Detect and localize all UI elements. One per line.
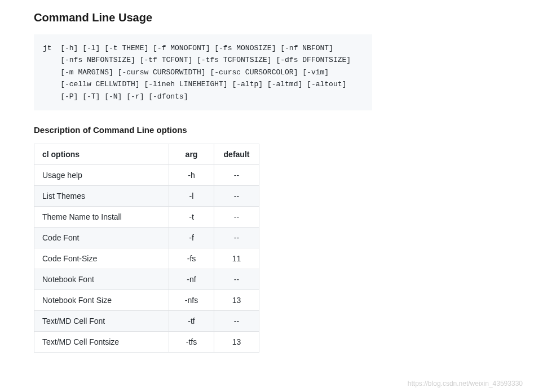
options-table: cl options arg default Usage help -h -- … — [34, 144, 259, 353]
cell-default: -- — [214, 311, 259, 332]
code-usage-block: jt [-h] [-l] [-t THEME] [-f MONOFONT] [-… — [34, 34, 372, 110]
cell-arg: -tf — [169, 311, 214, 332]
table-row: Text/MD Cell Font -tf -- — [34, 311, 259, 332]
cell-option: Text/MD Cell Font — [34, 311, 169, 332]
table-header-row: cl options arg default — [34, 144, 259, 165]
cell-arg: -t — [169, 207, 214, 228]
cell-default: -- — [214, 165, 259, 186]
table-row: Notebook Font -nf -- — [34, 269, 259, 290]
cell-arg: -f — [169, 228, 214, 248]
table-row: Theme Name to Install -t -- — [34, 207, 259, 228]
header-default: default — [214, 144, 259, 165]
table-row: Notebook Font Size -nfs 13 — [34, 290, 259, 311]
table-row: List Themes -l -- — [34, 186, 259, 207]
cell-option: List Themes — [34, 186, 169, 207]
cell-default: 13 — [214, 290, 259, 311]
cell-option: Notebook Font Size — [34, 290, 169, 311]
cell-option: Text/MD Cell Fontsize — [34, 332, 169, 353]
table-body: Usage help -h -- List Themes -l -- Theme… — [34, 165, 259, 353]
header-arg: arg — [169, 144, 214, 165]
header-cl-options: cl options — [34, 144, 169, 165]
table-row: Code Font-Size -fs 11 — [34, 248, 259, 269]
cell-default: 11 — [214, 248, 259, 269]
table-row: Usage help -h -- — [34, 165, 259, 186]
cell-arg: -nf — [169, 269, 214, 290]
cell-arg: -fs — [169, 248, 214, 269]
cell-option: Code Font — [34, 228, 169, 248]
cell-arg: -l — [169, 186, 214, 207]
cell-default: -- — [214, 228, 259, 248]
table-row: Code Font -f -- — [34, 228, 259, 248]
cell-default: 13 — [214, 332, 259, 353]
cell-arg: -tfs — [169, 332, 214, 353]
cell-option: Usage help — [34, 165, 169, 186]
section-subheading: Description of Command Line options — [34, 125, 534, 135]
cell-option: Code Font-Size — [34, 248, 169, 269]
cell-arg: -h — [169, 165, 214, 186]
cell-default: -- — [214, 207, 259, 228]
cell-arg: -nfs — [169, 290, 214, 311]
cell-option: Notebook Font — [34, 269, 169, 290]
cell-default: -- — [214, 186, 259, 207]
cell-option: Theme Name to Install — [34, 207, 169, 228]
table-row: Text/MD Cell Fontsize -tfs 13 — [34, 332, 259, 353]
page-heading: Command Line Usage — [34, 11, 534, 24]
cell-default: -- — [214, 269, 259, 290]
